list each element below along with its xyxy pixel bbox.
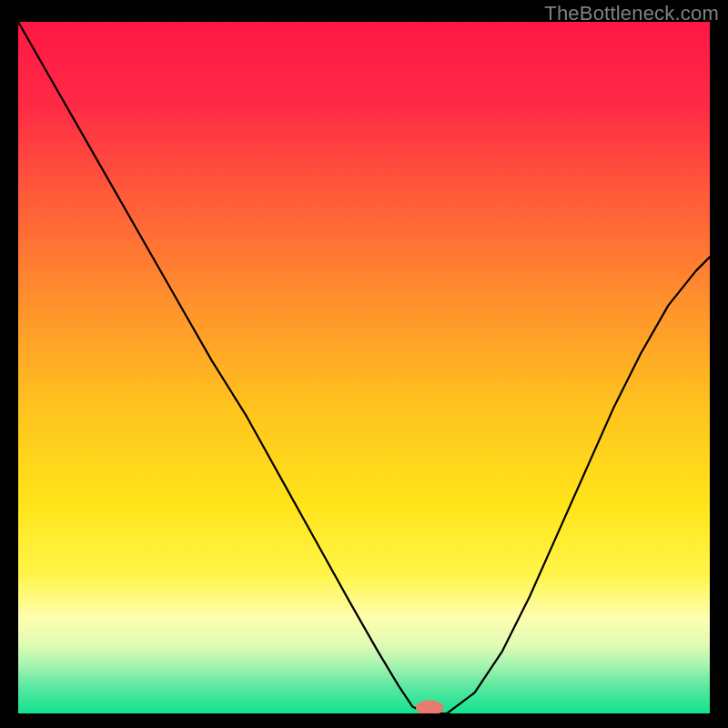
bottleneck-chart (18, 22, 710, 713)
chart-frame: TheBottleneck.com (0, 0, 728, 728)
plot-area (18, 22, 710, 713)
gradient-background (18, 22, 710, 713)
attribution-label: TheBottleneck.com (544, 2, 719, 25)
